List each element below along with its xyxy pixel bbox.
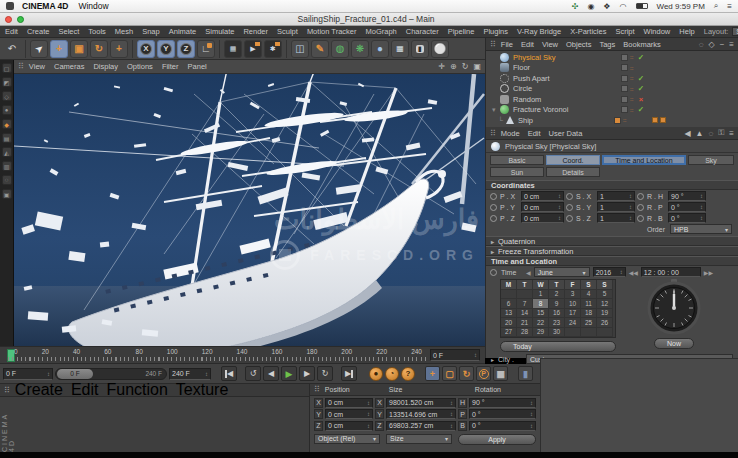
lock-x-axis-button[interactable]: X — [137, 40, 155, 58]
pz-field[interactable]: 0 cm↕ — [521, 213, 564, 223]
tab-coord[interactable]: Coord. — [546, 155, 600, 165]
attribute-menu-item[interactable]: Edit — [528, 129, 541, 138]
viewport-menu-item[interactable]: Filter — [162, 62, 179, 71]
app-menu-item[interactable]: Tools — [88, 27, 106, 36]
viewport-rotate-icon[interactable]: ↻ — [462, 62, 469, 71]
light-menu[interactable]: ⚪ — [431, 40, 449, 58]
deformers-menu[interactable]: ❋ — [351, 40, 369, 58]
panel-menu-icon[interactable]: ≡ — [729, 40, 734, 49]
record-parameter-toggle[interactable]: P — [476, 366, 491, 381]
attribute-menu-item[interactable]: Mode — [501, 129, 520, 138]
object-row-circle[interactable]: Circle :: ✓ — [486, 84, 738, 95]
expand-arrow-icon[interactable]: ▸ — [491, 356, 494, 363]
mograph-array-menu[interactable]: ▦ — [391, 40, 409, 58]
object-row-ship[interactable]: └ Ship :: — [486, 115, 738, 126]
object-manager-menu-item[interactable]: File — [501, 40, 513, 49]
viewport-menu-item[interactable]: Display — [93, 62, 118, 71]
timeline-ruler[interactable]: 020406080100120140160180200220240 0 F↕ — [0, 346, 485, 364]
calendar-day[interactable]: 27 — [501, 328, 517, 338]
calendar-day[interactable]: 3 — [565, 290, 581, 300]
display-icon[interactable]: ◉ — [587, 2, 594, 11]
layer-box[interactable] — [621, 64, 628, 71]
object-row-physical-sky[interactable]: Physical Sky :: ✓ — [486, 52, 738, 63]
keyframe-circle-icon[interactable] — [490, 269, 497, 276]
calendar-day[interactable]: 30 — [549, 328, 565, 338]
rewind-icon[interactable]: ◀◀ — [629, 269, 638, 276]
start-frame-field[interactable]: 0 F↕ — [3, 368, 53, 380]
calendar-day[interactable]: 24 — [565, 318, 581, 328]
tab-time-and-location[interactable]: Time and Location — [602, 155, 686, 165]
calendar-day[interactable]: 21 — [517, 318, 533, 328]
attribute-menu-item[interactable]: User Data — [549, 129, 583, 138]
macos-clock[interactable]: Wed 9:59 PM — [657, 2, 705, 11]
play-backwards-button[interactable]: ↺ — [245, 366, 261, 381]
viewport-menu-item[interactable]: View — [29, 62, 45, 71]
palette-icon[interactable]: ▢ — [2, 63, 12, 73]
app-menu-item[interactable]: Character — [406, 27, 439, 36]
viewport-menu-item[interactable]: Options — [127, 62, 153, 71]
object-manager-menu-item[interactable]: Edit — [521, 40, 534, 49]
calendar-day[interactable]: 17 — [565, 309, 581, 319]
object-manager-menu-item[interactable]: Tags — [599, 40, 615, 49]
goto-end-button[interactable]: ▶ — [341, 366, 357, 381]
play-button[interactable]: ▶ — [281, 366, 297, 381]
record-rotation-toggle[interactable]: ↻ — [459, 366, 474, 381]
app-menu-item[interactable]: Mesh — [115, 27, 133, 36]
analog-clock[interactable] — [646, 279, 702, 335]
viewport-maximize-icon[interactable]: ▣ — [473, 62, 481, 71]
rotation-h-field[interactable]: 90 °↕ — [469, 398, 536, 408]
rh-field[interactable]: 90 °↕ — [668, 191, 706, 201]
disable-cross-icon[interactable]: × — [636, 95, 645, 104]
enable-check-icon[interactable]: ✓ — [636, 84, 645, 93]
filter-icon[interactable]: ◇ — [709, 40, 715, 49]
end-frame-field[interactable]: 240 F↕ — [169, 368, 211, 380]
order-select[interactable]: HPB▾ — [670, 224, 732, 234]
camera-menu[interactable]: ▮ — [411, 40, 429, 58]
calendar-day[interactable]: 14 — [517, 309, 533, 319]
app-menu-item[interactable]: Simulate — [205, 27, 234, 36]
calendar-day[interactable]: 11 — [581, 299, 597, 309]
calendar-day[interactable]: 20 — [501, 318, 517, 328]
object-manager-menu-item[interactable]: Bookmarks — [623, 40, 661, 49]
layer-box[interactable] — [621, 106, 628, 113]
freeze-transformation-section-header[interactable]: ▸ Freeze Transformation — [486, 246, 738, 256]
zoom-window-button[interactable] — [17, 16, 24, 23]
py-field[interactable]: 0 cm↕ — [521, 202, 564, 212]
calendar-day[interactable]: 29 — [533, 328, 549, 338]
apple-menu-icon[interactable] — [6, 2, 14, 10]
palette-icon[interactable]: ▥ — [2, 161, 12, 171]
position-x-field[interactable]: 0 cm↕ — [325, 398, 373, 408]
forward-icon[interactable]: ▶▶ — [704, 269, 713, 276]
app-menu-item[interactable]: X-Particles — [570, 27, 606, 36]
calendar-day[interactable]: 28 — [517, 328, 533, 338]
primitive-cube-menu[interactable]: ◫ — [291, 40, 309, 58]
window-titlebar[interactable]: SailingShip_Fracture_01.c4d – Main — [0, 13, 738, 26]
now-button[interactable]: Now — [654, 338, 694, 349]
sy-field[interactable]: 1↕ — [597, 202, 635, 212]
layer-box[interactable] — [621, 75, 628, 82]
object-manager-menu-item[interactable]: View — [542, 40, 558, 49]
calendar-day[interactable]: 26 — [597, 318, 613, 328]
app-menu-item[interactable]: Select — [58, 27, 79, 36]
keyframe-selection-button[interactable]: ? — [401, 367, 415, 381]
lock-z-axis-button[interactable]: Z — [177, 40, 195, 58]
year-field[interactable]: 2016↕ — [593, 267, 626, 277]
undo-button[interactable]: ↶ — [3, 40, 21, 58]
macos-app-name[interactable]: CINEMA 4D — [22, 1, 68, 11]
autokey-button[interactable]: ◔ — [385, 367, 399, 381]
enable-check-icon[interactable]: ✓ — [636, 53, 645, 62]
lock-icon[interactable]: ⚿ — [718, 128, 724, 138]
app-menu-item[interactable]: MoGraph — [365, 27, 396, 36]
calendar-day[interactable]: 2 — [549, 290, 565, 300]
record-pla-toggle[interactable]: ▦ — [493, 366, 508, 381]
calendar-day[interactable]: 25 — [581, 318, 597, 328]
keyframe-circle-icon[interactable] — [566, 215, 573, 222]
object-row-push-apart[interactable]: Push Apart :: ✓ — [486, 73, 738, 84]
panel-grip-icon[interactable]: ⠿ — [490, 40, 496, 49]
panel-grip-icon[interactable]: ⠿ — [4, 386, 10, 395]
keyframe-circle-icon[interactable] — [566, 204, 573, 211]
calendar-day[interactable]: 8 — [533, 299, 549, 309]
panel-menu-icon[interactable]: ≡ — [729, 129, 734, 138]
keyframe-circle-icon[interactable] — [566, 193, 573, 200]
sz-field[interactable]: 1↕ — [597, 213, 635, 223]
